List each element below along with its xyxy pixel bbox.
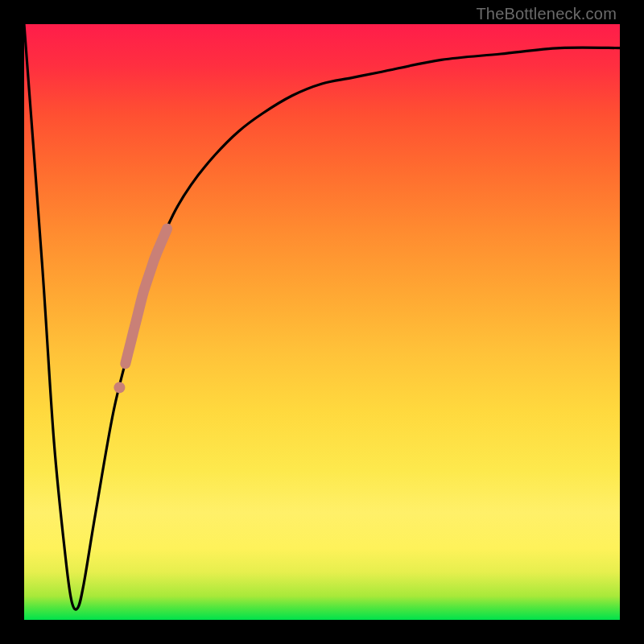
plot-area <box>24 24 620 620</box>
highlight-segment <box>126 229 167 364</box>
chart-frame: TheBottleneck.com <box>0 0 644 644</box>
highlight-dot <box>114 382 125 393</box>
bottleneck-curve-svg <box>24 24 620 620</box>
watermark-text: TheBottleneck.com <box>476 5 617 23</box>
bottleneck-curve <box>24 24 620 609</box>
